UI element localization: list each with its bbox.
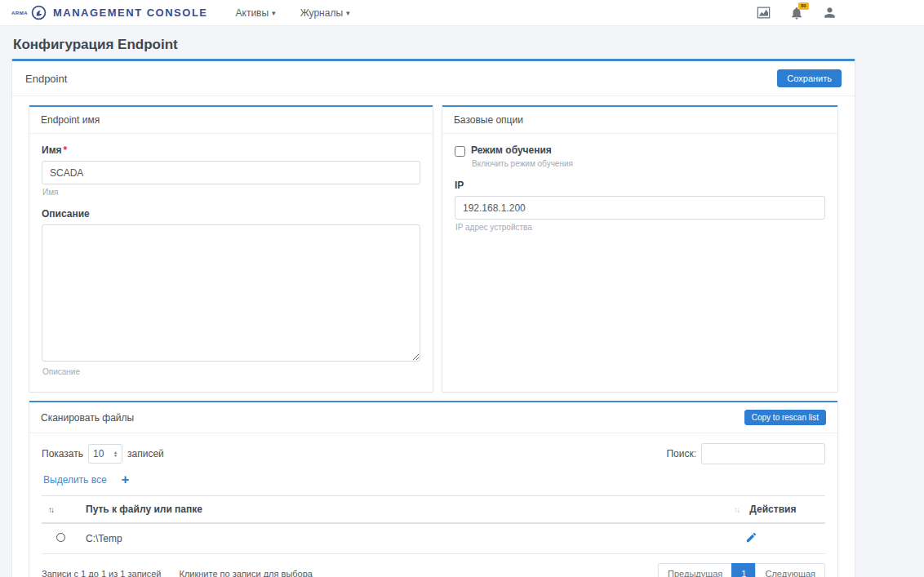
description-helper: Описание — [42, 367, 420, 376]
page-size-value: 10 — [93, 448, 104, 459]
table-info: Записи с 1 до 1 из 1 записей Кликните по… — [42, 569, 313, 577]
training-mode-helper: Включить режим обучения — [472, 159, 825, 168]
page-title: Конфигурация Endpoint — [13, 37, 924, 53]
table-row[interactable]: C:\Temp — [42, 523, 825, 554]
required-asterisk: * — [64, 144, 68, 156]
basic-options-header: Базовые опции — [442, 107, 837, 134]
row-select-circle[interactable] — [56, 533, 65, 542]
search-control: Поиск: — [666, 443, 825, 464]
top-navbar: ARMA MANAGEMENT CONSOLE Активы ▾ Журналы… — [0, 0, 924, 26]
training-mode-label: Режим обучения — [471, 144, 552, 156]
scan-files-title: Сканировать файлы — [41, 412, 134, 424]
search-label: Поиск: — [666, 448, 696, 459]
ip-helper: IP адрес устройства — [455, 223, 825, 232]
endpoint-name-header: Endpoint имя — [29, 107, 433, 134]
menu-journals[interactable]: Журналы ▾ — [300, 7, 350, 19]
endpoint-card-title: Endpoint — [25, 73, 67, 85]
menu-journals-label: Журналы — [300, 7, 343, 19]
scan-files-card: Сканировать файлы Copy to rescan list По… — [29, 401, 838, 577]
select-spinner-icon: ▲▼ — [113, 451, 118, 457]
name-field[interactable] — [42, 161, 420, 184]
notification-badge: 80 — [798, 2, 809, 10]
endpoint-name-card: Endpoint имя Имя* Имя Описание Описание — [29, 105, 433, 393]
show-label: Показать — [42, 448, 83, 459]
endpoint-name-title: Endpoint имя — [41, 114, 100, 126]
bell-icon[interactable]: 80 — [789, 6, 804, 20]
prev-page-button[interactable]: Предыдущая — [658, 563, 732, 577]
ip-field[interactable] — [455, 196, 825, 220]
records-label: записей — [127, 448, 164, 459]
scan-files-header: Сканировать файлы Copy to rescan list — [29, 402, 837, 433]
endpoint-card: Endpoint Сохранить Endpoint имя Имя* Имя… — [11, 59, 855, 577]
caret-down-icon: ▾ — [346, 9, 350, 17]
training-mode-checkbox[interactable] — [455, 146, 465, 157]
arma-text: ARMA — [11, 11, 28, 16]
page-length-control: Показать 10 ▲▼ записей — [42, 444, 164, 464]
search-input[interactable] — [701, 443, 825, 464]
arma-helmet-icon — [31, 5, 47, 20]
copy-to-rescan-button[interactable]: Copy to rescan list — [744, 410, 826, 425]
basic-options-card: Базовые опции Режим обучения Включить ре… — [442, 105, 838, 393]
basic-options-title: Базовые опции — [454, 114, 523, 126]
path-column-header[interactable]: Путь к файлу или папке — [79, 496, 727, 524]
menu-assets[interactable]: Активы ▾ — [236, 7, 276, 19]
records-info: Записи с 1 до 1 из 1 записей — [42, 569, 162, 577]
description-label: Описание — [42, 208, 420, 220]
page-number-1[interactable]: 1 — [731, 563, 756, 577]
save-button[interactable]: Сохранить — [777, 69, 842, 87]
sort-header-check[interactable]: ↑↓ — [42, 496, 79, 524]
next-page-button[interactable]: Следующая — [755, 563, 825, 577]
name-helper: Имя — [42, 188, 420, 197]
add-path-button[interactable]: + — [122, 474, 130, 486]
navbar-icons: 80 — [756, 5, 913, 20]
click-hint: Кликните по записи для выбора — [180, 569, 313, 577]
name-label: Имя* — [42, 144, 420, 156]
sort-icon: ↑↓ — [734, 505, 739, 514]
brand-title: MANAGEMENT CONSOLE — [53, 7, 208, 19]
page-size-select[interactable]: 10 ▲▼ — [88, 444, 122, 464]
select-all-link[interactable]: Выделить все — [43, 474, 107, 486]
endpoint-card-header: Endpoint Сохранить — [12, 61, 855, 96]
path-cell: C:\Temp — [79, 523, 727, 554]
pagination: Предыдущая 1 Следующая — [658, 563, 825, 577]
sort-icon: ↑↓ — [48, 505, 53, 514]
chart-area-icon[interactable] — [756, 5, 771, 20]
edit-pencil-icon[interactable] — [745, 531, 757, 544]
menu-assets-label: Активы — [236, 7, 269, 19]
brand-logo[interactable]: ARMA MANAGEMENT CONSOLE — [11, 5, 208, 20]
ip-label: IP — [455, 180, 825, 191]
endpoint-card-body: Endpoint имя Имя* Имя Описание Описание … — [12, 96, 855, 577]
description-field[interactable] — [42, 224, 420, 362]
scan-paths-table: ↑↓ Путь к файлу или папке ↑↓ Действия — [42, 495, 825, 554]
main-menu: Активы ▾ Журналы ▾ — [236, 7, 350, 19]
actions-column-header[interactable]: ↑↓ Действия — [727, 496, 825, 524]
user-icon[interactable] — [822, 5, 837, 20]
caret-down-icon: ▾ — [272, 9, 276, 17]
